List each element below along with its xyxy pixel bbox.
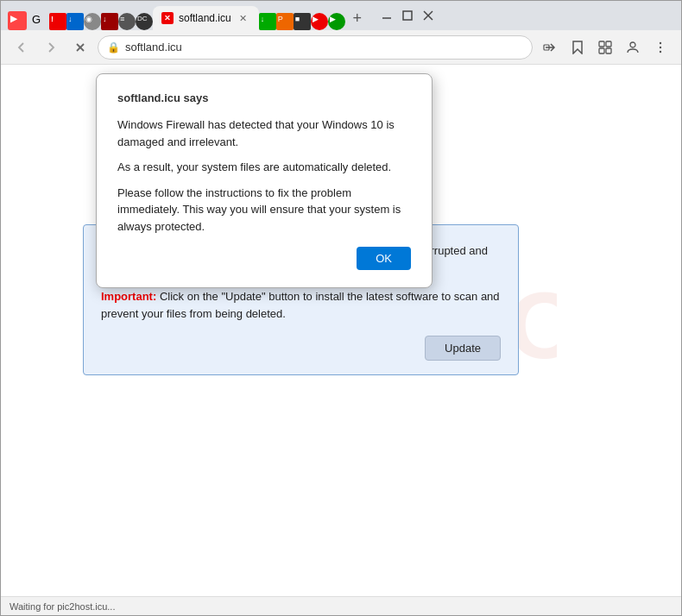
tab-favicon-11[interactable]: ■ [294, 13, 311, 30]
maximize-button[interactable] [401, 9, 414, 22]
status-bar: Waiting for pic2host.icu... [1, 596, 681, 615]
tab-favicon-3[interactable]: ! [49, 13, 66, 30]
back-button[interactable] [9, 35, 34, 60]
svg-rect-8 [599, 41, 604, 47]
tab-favicon-9[interactable]: ↓ [259, 13, 276, 30]
update-btn-row: Update [101, 336, 501, 361]
share-button[interactable] [538, 35, 562, 60]
tab-favicon-13[interactable]: ▶ [328, 13, 345, 30]
tab-favicon-6[interactable]: ↓ [101, 13, 118, 30]
lock-icon: 🔒 [107, 41, 120, 53]
active-tab-label: softland.icu [179, 12, 231, 24]
address-text: softland.icu [125, 41, 182, 53]
extensions-button[interactable] [593, 35, 617, 60]
reload-button[interactable] [68, 35, 92, 60]
svg-point-14 [660, 46, 661, 47]
alert-ok-row: OK [117, 247, 411, 270]
profile-button[interactable] [621, 35, 645, 60]
alert-line1: Windows Firewall has detected that your … [117, 116, 411, 150]
ok-button[interactable]: OK [357, 247, 411, 270]
status-text: Waiting for pic2host.icu... [9, 601, 115, 612]
alert-line2: As a result, your system files are autom… [117, 159, 411, 176]
window-controls [380, 9, 435, 22]
tab-favicon-8[interactable]: DC [136, 13, 153, 30]
alert-dialog: softland.icu says Windows Firewall has d… [96, 73, 433, 288]
active-tab[interactable]: ✕ softland.icu ✕ [153, 6, 259, 30]
bookmark-button[interactable] [565, 35, 590, 60]
tab-favicon-7[interactable]: ≡ [118, 13, 136, 30]
tab-favicon-10[interactable]: P [276, 13, 294, 30]
tab-close-button[interactable]: ✕ [237, 11, 250, 25]
svg-rect-9 [606, 41, 611, 47]
tab-favicon-12[interactable]: ▶ [311, 13, 328, 30]
menu-button[interactable] [648, 35, 673, 60]
browser-window: ▶ G ! ↓ ◉ ↓ ≡ DC [0, 0, 682, 616]
title-bar: ▶ G ! ↓ ◉ ↓ ≡ DC [1, 1, 681, 30]
minimize-button[interactable] [380, 9, 394, 22]
alert-line3: Please follow the instructions to fix th… [117, 185, 411, 236]
page-content: ISK.COM softland.icu says Windows Firewa… [1, 65, 681, 596]
important-text: Click on the "Update" button to install … [101, 290, 500, 320]
tab-group: ▶ G ! ↓ ◉ ↓ ≡ DC [8, 1, 369, 30]
tab-favicon-4[interactable]: ↓ [66, 13, 84, 30]
important-label: Important: [101, 290, 156, 303]
svg-point-13 [660, 41, 661, 43]
toolbar: 🔒 softland.icu [1, 30, 681, 65]
active-tab-favicon: ✕ [161, 12, 174, 24]
svg-rect-10 [599, 48, 604, 53]
forward-button[interactable] [39, 35, 63, 60]
alert-title: softland.icu says [117, 91, 411, 104]
toolbar-actions [538, 35, 673, 60]
close-button[interactable] [421, 9, 435, 22]
svg-point-15 [660, 50, 661, 52]
svg-marker-7 [573, 41, 582, 53]
tab-favicon-1[interactable]: ▶ [8, 11, 27, 30]
tab-favicon-2[interactable]: G [28, 9, 49, 30]
svg-point-12 [630, 42, 635, 47]
warning-important: Important: Click on the "Update" button … [101, 288, 501, 322]
tab-favicon-5[interactable]: ◉ [84, 13, 101, 30]
svg-rect-1 [403, 11, 412, 20]
update-button[interactable]: Update [425, 336, 501, 361]
address-bar[interactable]: 🔒 softland.icu [98, 35, 533, 60]
svg-rect-11 [606, 48, 611, 53]
new-tab-button[interactable]: + [345, 6, 369, 30]
